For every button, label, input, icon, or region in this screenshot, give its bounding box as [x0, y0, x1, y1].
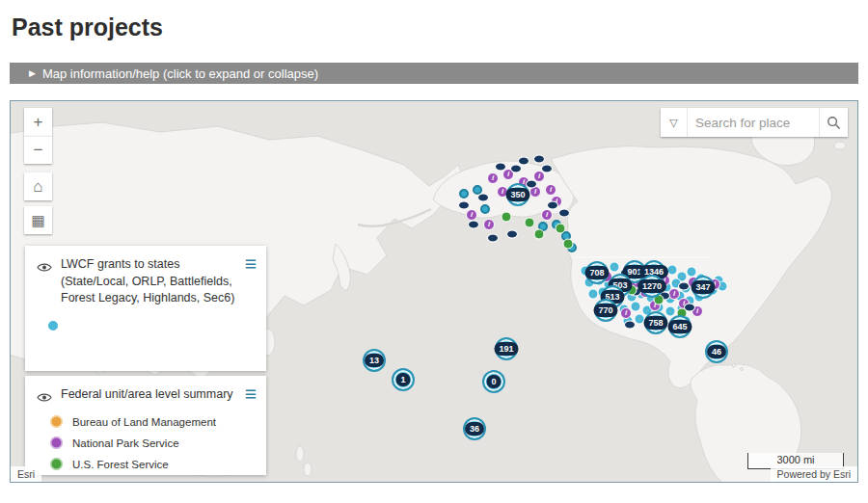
cluster-count-badge: 0 — [486, 375, 501, 388]
minus-icon: − — [34, 141, 43, 160]
nps-marker[interactable] — [620, 307, 632, 319]
basemap-gallery-button[interactable]: ▦ — [24, 206, 52, 234]
layer-visibility-eye-icon[interactable] — [37, 389, 52, 407]
cluster-count-badge: 13 — [365, 354, 384, 367]
nps-marker[interactable] — [545, 184, 556, 196]
usfs-marker[interactable] — [534, 229, 545, 240]
blm-marker[interactable] — [533, 155, 545, 164]
usfs-marker[interactable] — [502, 212, 512, 223]
legend-symbol — [50, 415, 63, 428]
grant-cluster-marker[interactable] — [632, 303, 640, 311]
legend-item-label: Bureau of Land Management — [72, 416, 216, 428]
cluster-marker[interactable]: 191 — [495, 337, 518, 360]
blm-marker[interactable] — [506, 230, 518, 239]
layer-visibility-eye-icon[interactable] — [37, 259, 52, 277]
cluster-marker[interactable]: 0 — [482, 370, 505, 393]
cluster-marker[interactable]: 758 — [644, 311, 667, 334]
usfs-marker[interactable] — [556, 224, 566, 234]
grant-cluster-marker[interactable] — [610, 263, 619, 272]
cluster-count-badge: 770 — [593, 304, 617, 317]
blm-marker[interactable] — [487, 234, 499, 243]
blm-marker[interactable] — [495, 163, 506, 172]
blm-marker[interactable] — [518, 157, 529, 166]
nps-marker[interactable] — [483, 219, 495, 230]
cluster-count-badge: 350 — [505, 188, 529, 201]
legend-item: Bureau of Land Management — [35, 415, 257, 428]
cluster-marker[interactable]: 36 — [463, 417, 486, 440]
blm-marker[interactable] — [468, 221, 479, 229]
legend-item: National Park Service — [35, 437, 257, 449]
cluster-count-badge: 36 — [465, 422, 484, 436]
plus-icon: + — [34, 113, 43, 132]
zoom-out-button[interactable]: − — [24, 136, 52, 164]
cluster-marker[interactable]: 350 — [506, 183, 529, 206]
layer-menu-icon[interactable]: ≡ — [245, 386, 257, 402]
cluster-symbol-sample — [48, 321, 58, 331]
search-widget: ▽ — [661, 108, 848, 137]
attribution-esri: Esri — [11, 466, 41, 482]
teal-marker[interactable] — [480, 204, 490, 214]
page-title: Past projects — [12, 13, 858, 41]
blm-marker[interactable] — [477, 194, 489, 202]
help-bar-label: Map information/help (click to expand or… — [42, 66, 318, 81]
search-source-dropdown[interactable]: ▽ — [661, 108, 688, 137]
legend-item: U.S. Forest Service — [35, 458, 257, 470]
usfs-marker[interactable] — [563, 239, 574, 250]
cluster-marker[interactable]: 770 — [594, 299, 617, 322]
cluster-marker[interactable]: 645 — [668, 315, 692, 338]
search-button[interactable] — [819, 108, 848, 137]
teal-marker[interactable] — [459, 189, 469, 199]
legend-card-federal: Federal unit/area level summary ≡ Bureau… — [25, 376, 266, 475]
search-input[interactable] — [688, 108, 819, 137]
cluster-count-badge: 46 — [707, 345, 726, 358]
cluster-count-badge: 347 — [691, 280, 715, 294]
zoom-in-button[interactable]: + — [24, 108, 52, 136]
cluster-count-badge: 645 — [667, 320, 692, 333]
cluster-count-badge: 1270 — [637, 279, 666, 293]
page: Past projects ▶ Map information/help (cl… — [0, 0, 868, 503]
blm-marker[interactable] — [547, 201, 558, 210]
layer-menu-icon[interactable]: ≡ — [245, 256, 257, 272]
legend-item-list: Bureau of Land ManagementNational Park S… — [35, 415, 257, 470]
cluster-count-badge: 758 — [643, 316, 667, 330]
cluster-marker[interactable]: 46 — [705, 340, 728, 363]
blm-marker[interactable] — [678, 282, 690, 291]
cluster-marker[interactable]: 1 — [392, 368, 415, 391]
nps-marker[interactable] — [541, 209, 553, 221]
cluster-marker[interactable]: 708 — [585, 261, 609, 284]
nps-marker[interactable] — [487, 172, 499, 184]
legend-symbol — [50, 437, 63, 449]
blm-marker[interactable] — [541, 165, 553, 173]
home-button[interactable]: ⌂ — [24, 172, 52, 200]
dropdown-icon: ▽ — [669, 117, 677, 129]
teal-marker[interactable] — [473, 185, 482, 195]
map[interactable]: 3507089011346503127051377034775864546191… — [10, 100, 858, 483]
map-help-toggle[interactable]: ▶ Map information/help (click to expand … — [10, 63, 858, 84]
cluster-count-badge: 708 — [584, 266, 609, 279]
basemap-icon: ▦ — [31, 212, 44, 229]
blm-marker[interactable] — [458, 201, 470, 210]
legend-item-label: National Park Service — [72, 437, 179, 449]
layer-title: Federal unit/area level summary — [61, 386, 245, 404]
blm-marker[interactable] — [558, 209, 570, 218]
grant-cluster-marker[interactable] — [668, 266, 677, 275]
legend-card-grants: LWCF grants to states (State/Local, ORLP… — [25, 246, 266, 371]
legend-symbol — [50, 458, 63, 470]
usfs-marker[interactable] — [525, 218, 535, 228]
legend-item-label: U.S. Forest Service — [72, 459, 169, 470]
cluster-marker[interactable]: 1270 — [640, 275, 664, 298]
home-icon: ⌂ — [33, 177, 42, 197]
blm-marker[interactable] — [510, 165, 522, 173]
blm-marker[interactable] — [624, 321, 636, 330]
nps-marker[interactable] — [466, 209, 477, 221]
cluster-marker[interactable]: 13 — [363, 349, 386, 372]
expand-caret-icon: ▶ — [29, 68, 36, 78]
layer-title: LWCF grants to states (State/Local, ORLP… — [61, 256, 245, 307]
search-icon — [827, 116, 841, 130]
cluster-count-badge: 191 — [494, 342, 518, 356]
grant-cluster-marker[interactable] — [636, 315, 644, 324]
cluster-marker[interactable]: 347 — [692, 276, 715, 299]
attribution-powered-by: Powered by Esri — [771, 466, 857, 482]
grant-cluster-marker[interactable] — [589, 290, 598, 299]
cluster-count-badge: 1 — [395, 373, 410, 386]
